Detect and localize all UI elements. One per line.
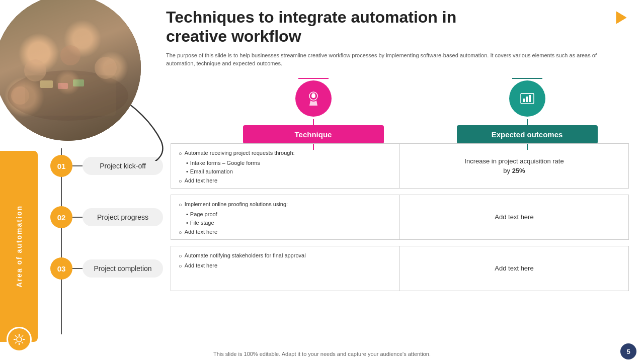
svg-rect-14 (526, 97, 528, 102)
sidebar-label: Area of automation (15, 205, 23, 288)
sub-bullet-2-2: •File stage (186, 219, 392, 227)
svg-point-11 (311, 94, 315, 98)
column-headers: Technique Expected outcomes (211, 78, 629, 150)
page-number: 5 (620, 343, 636, 359)
row-3: 03 Project completion ○ Automate notifyi… (50, 246, 629, 291)
outcome-cell-1: Increase in project acquisition rateby 2… (400, 144, 628, 188)
step-label-2: Project progress (83, 208, 163, 226)
content-table-2: ○ Implement online proofing solutions us… (171, 195, 629, 240)
bullet-3-2: ○ Add text here (179, 261, 392, 270)
content-area: 01 Project kick-off ○ Automate receiving… (50, 143, 629, 297)
sub-bullet-1-1: •Intake forms – Google forms (186, 159, 392, 167)
outcomes-icon-circle (509, 80, 545, 117)
content-table-1: ○ Automate receiving project requests th… (171, 143, 629, 189)
outcome-cell-3: Add text here (400, 246, 628, 291)
bullet-3-1: ○ Automate notifying stakeholders for fi… (179, 251, 392, 260)
technique-icon-circle (295, 80, 332, 117)
bullet-2-2: ○ Add text here (179, 228, 392, 237)
step-label-3: Project completion (83, 259, 163, 278)
row-2: 02 Project progress ○ Implement online p… (50, 195, 629, 240)
sidebar-icon (7, 327, 32, 352)
slide: Techniques to integrate automation in cr… (0, 0, 644, 362)
bullet-1-2: ○ Add text here (179, 176, 392, 186)
outcomes-top-line (512, 78, 542, 79)
svg-point-2 (60, 45, 80, 65)
footer: This slide is 100% editable. Adapt it to… (0, 351, 644, 357)
outcomes-header-box: Expected outcomes (457, 125, 598, 144)
technique-header-box: Technique (243, 125, 384, 144)
subtitle: The purpose of this slide is to help bus… (166, 51, 599, 68)
step-circle-3: 03 (50, 257, 72, 280)
sub-bullet-1-2: •Email automation (186, 167, 392, 176)
svg-line-22 (22, 342, 23, 343)
svg-line-23 (22, 335, 23, 337)
main-title: Techniques to integrate automation in cr… (166, 8, 614, 46)
svg-rect-13 (523, 99, 525, 102)
technique-cell-2: ○ Implement online proofing solutions us… (171, 195, 400, 239)
svg-line-21 (15, 335, 17, 337)
left-sidebar: Area of automation (0, 151, 38, 342)
svg-rect-5 (25, 75, 116, 116)
play-icon[interactable] (614, 10, 629, 25)
svg-line-24 (15, 342, 17, 343)
header: Techniques to integrate automation in cr… (166, 8, 614, 68)
svg-rect-7 (58, 83, 68, 89)
step-circle-2: 02 (50, 206, 72, 228)
outcome-cell-2: Add text here (400, 195, 628, 239)
bullet-2-1: ○ Implement online proofing solutions us… (179, 200, 392, 209)
svg-rect-6 (40, 80, 53, 88)
hero-image (0, 0, 141, 141)
technique-top-line (298, 78, 329, 79)
svg-rect-15 (529, 95, 531, 102)
technique-cell-3: ○ Automate notifying stakeholders for fi… (171, 246, 400, 291)
technique-column-header: Technique (211, 78, 415, 150)
footer-text: This slide is 100% editable. Adapt it to… (213, 351, 431, 357)
svg-rect-8 (73, 79, 84, 86)
outcomes-column-header: Expected outcomes (425, 78, 629, 150)
content-table-3: ○ Automate notifying stakeholders for fi… (171, 246, 629, 291)
svg-point-16 (17, 337, 22, 342)
svg-marker-9 (616, 12, 626, 24)
sub-bullet-2-1: •Page proof (186, 210, 392, 219)
